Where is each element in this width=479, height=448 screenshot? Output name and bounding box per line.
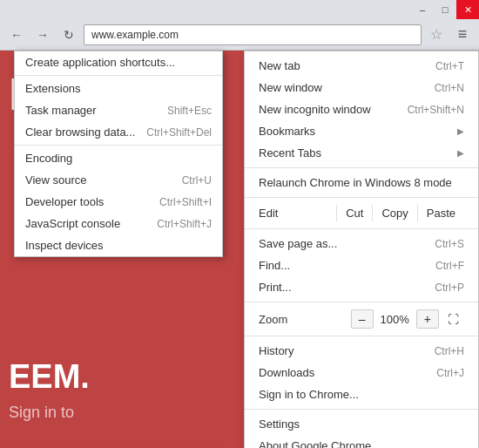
maximize-button[interactable]: □ [434,0,456,19]
clear-browsing-label: Clear browsing data... [25,126,135,139]
relaunch-item[interactable]: Relaunch Chrome in Windows 8 mode [245,172,478,193]
browser-toolbar: ← → ↻ www.example.com ☆ ≡ [0,19,479,51]
bookmark-star-button[interactable]: ☆ [425,24,448,46]
print-item[interactable]: Print... Ctrl+P [245,276,478,298]
fullscreen-button[interactable]: ⛶ [442,311,464,328]
zoom-in-button[interactable]: + [416,309,439,329]
print-label: Print... [259,281,292,294]
recent-tabs-label: Recent Tabs [259,146,321,160]
inspect-devices-item[interactable]: Inspect devices [15,234,222,256]
view-source-shortcut: Ctrl+U [182,174,212,187]
zoom-label: Zoom [259,313,351,326]
downloads-item[interactable]: Downloads Ctrl+J [245,362,478,384]
forward-button[interactable]: → [31,24,54,46]
js-console-item[interactable]: JavaScript console Ctrl+Shift+J [15,213,222,234]
find-label: Find... [259,259,290,272]
history-label: History [259,344,293,357]
new-incognito-shortcut: Ctrl+Shift+N [408,104,464,116]
menu-divider-3 [245,228,478,229]
minimize-button[interactable]: – [411,0,434,19]
bookmarks-item[interactable]: Bookmarks [245,120,478,142]
save-page-shortcut: Ctrl+S [435,238,464,250]
clear-browsing-item[interactable]: Clear browsing data... Ctrl+Shift+Del [15,121,222,143]
view-source-item[interactable]: View source Ctrl+U [15,169,222,191]
create-shortcuts-item[interactable]: Create application shortcuts... [15,51,222,73]
new-window-shortcut: Ctrl+N [435,82,464,94]
new-tab-item[interactable]: New tab Ctrl+T [245,55,478,77]
edit-row: Edit Cut Copy Paste [245,201,478,225]
zoom-value-display: 100% [374,311,416,328]
create-shortcuts-label: Create application shortcuts... [25,56,175,69]
menu-divider-5 [245,336,478,336]
sign-in-chrome-label: Sign in to Chrome... [259,388,359,401]
about-chrome-item[interactable]: About Google Chrome [245,435,478,448]
new-incognito-label: New incognito window [259,103,371,116]
settings-label: Settings [259,417,300,431]
address-text: www.example.com [91,29,179,41]
reload-button[interactable]: ↻ [57,24,80,46]
settings-item[interactable]: Settings [245,413,478,435]
new-window-label: New window [259,81,322,94]
zoom-out-button[interactable]: – [351,309,374,329]
close-button[interactable]: ✕ [456,0,479,19]
developer-tools-shortcut: Ctrl+Shift+I [159,196,212,208]
task-manager-label: Task manager [25,104,97,117]
about-chrome-label: About Google Chrome [259,439,371,448]
page-sign-in-text: Sign in to [9,404,74,422]
inspect-devices-label: Inspect devices [25,239,104,252]
sign-in-chrome-item[interactable]: Sign in to Chrome... [245,384,478,405]
new-window-item[interactable]: New window Ctrl+N [245,77,478,98]
encoding-label: Encoding [25,152,72,165]
recent-tabs-item[interactable]: Recent Tabs [245,142,478,164]
encoding-item[interactable]: Encoding [15,147,222,169]
task-manager-item[interactable]: Task manager Shift+Esc [15,99,222,121]
browser-window: – □ ✕ ← → ↻ www.example.com ☆ ≡ E EEM. S… [0,0,479,448]
find-item[interactable]: Find... Ctrl+F [245,255,478,276]
history-shortcut: Ctrl+H [435,345,464,357]
extensions-label: Extensions [25,82,81,95]
chrome-main-menu: New tab Ctrl+T New window Ctrl+N New inc… [244,51,479,448]
print-shortcut: Ctrl+P [435,282,464,294]
back-button[interactable]: ← [5,24,28,46]
save-page-label: Save page as... [259,237,337,250]
new-tab-shortcut: Ctrl+T [435,60,464,72]
chrome-menu-button[interactable]: ≡ [451,24,474,46]
downloads-label: Downloads [259,366,314,379]
menu-divider-4 [245,302,478,302]
zoom-row: Zoom – 100% + ⛶ [245,306,478,332]
developer-tools-item[interactable]: Developer tools Ctrl+Shift+I [15,191,222,213]
history-item[interactable]: History Ctrl+H [245,340,478,362]
new-tab-label: New tab [259,59,300,72]
menu-divider-2 [245,197,478,198]
menu-divider-6 [245,409,478,410]
title-bar: – □ ✕ [0,0,479,19]
bookmarks-label: Bookmarks [259,125,315,138]
developer-tools-label: Developer tools [25,195,104,208]
address-bar[interactable]: www.example.com [84,24,422,45]
copy-button[interactable]: Copy [372,205,416,221]
find-shortcut: Ctrl+F [435,260,464,272]
relaunch-label: Relaunch Chrome in Windows 8 mode [259,176,452,189]
page-bottom-text: EEM. [9,358,90,396]
view-source-label: View source [25,173,87,187]
clear-browsing-shortcut: Ctrl+Shift+Del [146,126,212,139]
menu-divider-1 [245,167,478,168]
ctx-divider-1 [15,75,222,76]
cut-button[interactable]: Cut [336,205,372,221]
task-manager-shortcut: Shift+Esc [167,105,212,117]
js-console-shortcut: Ctrl+Shift+J [157,218,212,230]
save-page-item[interactable]: Save page as... Ctrl+S [245,233,478,255]
paste-button[interactable]: Paste [417,205,464,221]
ctx-divider-2 [15,145,222,146]
new-incognito-item[interactable]: New incognito window Ctrl+Shift+N [245,98,478,120]
more-tools-submenu: Create application shortcuts... Extensio… [14,51,223,257]
js-console-label: JavaScript console [25,217,120,230]
edit-label: Edit [259,207,336,220]
downloads-shortcut: Ctrl+J [436,367,464,379]
extensions-item[interactable]: Extensions [15,78,222,99]
